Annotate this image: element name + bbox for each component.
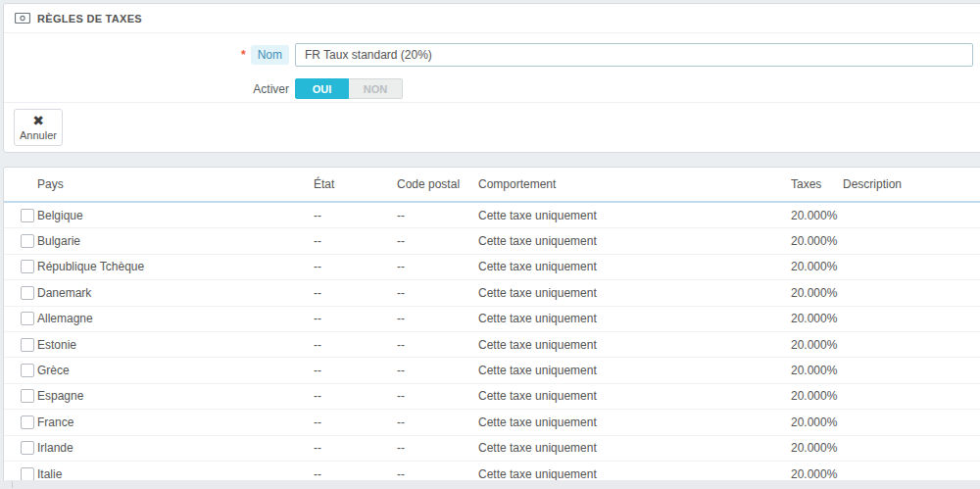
cell-state: -- [314, 416, 397, 429]
name-label-wrap: * Nom [4, 45, 295, 65]
cell-zip: -- [397, 467, 478, 481]
cell-behavior: Cette taxe uniquement [478, 441, 791, 455]
row-checkbox[interactable] [21, 234, 34, 248]
enable-yes-button[interactable]: OUI [295, 78, 349, 99]
cell-country: Belgique [37, 209, 314, 222]
row-checkbox[interactable] [21, 467, 34, 481]
enable-no-button[interactable]: NON [349, 78, 403, 99]
table-row[interactable]: Irlande -- -- Cette taxe uniquement 20.0… [4, 436, 980, 462]
cell-country: République Tchèque [37, 260, 314, 273]
cell-taxes: 20.000% [791, 260, 843, 273]
cell-zip: -- [397, 312, 478, 325]
column-header-taxes: Taxes [791, 177, 843, 191]
table-row[interactable]: Estonie -- -- Cette taxe uniquement 20.0… [4, 332, 980, 358]
table-row[interactable]: Belgique -- -- Cette taxe uniquement 20.… [4, 203, 980, 228]
table-row[interactable]: Allemagne -- -- Cette taxe uniquement 20… [4, 307, 980, 332]
cell-behavior: Cette taxe uniquement [478, 338, 791, 352]
money-icon [15, 13, 30, 24]
row-checkbox-cell [4, 416, 37, 429]
cell-zip: -- [397, 416, 478, 429]
cell-state: -- [314, 312, 397, 325]
x-icon: ✖ [32, 114, 44, 127]
cell-state: -- [314, 286, 397, 300]
cell-state: -- [314, 441, 397, 455]
cell-zip: -- [397, 389, 478, 403]
row-checkbox-cell [4, 209, 37, 222]
table-row[interactable]: République Tchèque -- -- Cette taxe uniq… [4, 255, 980, 280]
cell-country: Bulgarie [37, 234, 314, 248]
cell-country: Irlande [37, 441, 314, 455]
name-label: Nom [251, 45, 289, 65]
row-checkbox-cell [4, 364, 37, 377]
row-checkbox[interactable] [21, 338, 34, 352]
cell-zip: -- [397, 234, 478, 248]
table-row[interactable]: Grèce -- -- Cette taxe uniquement 20.000… [4, 358, 980, 383]
cell-behavior: Cette taxe uniquement [478, 312, 791, 325]
cell-behavior: Cette taxe uniquement [478, 260, 791, 273]
required-marker: * [241, 48, 246, 62]
column-header-etat: État [314, 177, 397, 191]
tax-rules-table-panel: Pays État Code postal Comportement Taxes… [3, 167, 980, 489]
cell-taxes: 20.000% [791, 416, 843, 429]
cell-taxes: 20.000% [791, 467, 843, 481]
cell-state: -- [314, 338, 397, 352]
enable-field-row: Activer OUI NON [4, 78, 980, 99]
row-checkbox[interactable] [21, 441, 34, 455]
cell-behavior: Cette taxe uniquement [478, 364, 791, 377]
row-checkbox-cell [4, 338, 37, 352]
enable-label-wrap: Activer [4, 82, 295, 96]
cell-zip: -- [397, 338, 478, 352]
row-checkbox[interactable] [21, 260, 34, 273]
cell-state: -- [314, 467, 397, 481]
row-checkbox[interactable] [21, 312, 34, 325]
row-checkbox-cell [4, 312, 37, 325]
cell-zip: -- [397, 260, 478, 273]
scrollbar-thumb-edge [12, 481, 13, 488]
table-row[interactable]: Danemark -- -- Cette taxe uniquement 20.… [4, 280, 980, 306]
row-checkbox-cell [4, 286, 37, 300]
column-header-comportement: Comportement [478, 177, 791, 191]
row-checkbox-cell [4, 441, 37, 455]
cell-country: Espagne [37, 389, 314, 403]
enable-label: Activer [253, 82, 289, 96]
row-checkbox[interactable] [21, 389, 34, 403]
row-checkbox-cell [4, 467, 37, 481]
table-row[interactable]: France -- -- Cette taxe uniquement 20.00… [4, 410, 980, 435]
tax-rule-form-panel: RÈGLES DE TAXES * Nom Activer OUI NON ✖ … [3, 3, 980, 153]
page-title: RÈGLES DE TAXES [37, 13, 142, 24]
table-header: Pays État Code postal Comportement Taxes… [4, 168, 980, 203]
cell-country: Italie [37, 467, 314, 481]
cell-taxes: 20.000% [791, 389, 843, 403]
cell-behavior: Cette taxe uniquement [478, 209, 791, 222]
cell-state: -- [314, 209, 397, 222]
cell-taxes: 20.000% [791, 338, 843, 352]
row-checkbox[interactable] [21, 209, 34, 222]
cell-taxes: 20.000% [791, 364, 843, 377]
table-row[interactable]: Espagne -- -- Cette taxe uniquement 20.0… [4, 384, 980, 410]
cell-taxes: 20.000% [791, 234, 843, 248]
table-row[interactable]: Bulgarie -- -- Cette taxe uniquement 20.… [4, 228, 980, 254]
cell-zip: -- [397, 441, 478, 455]
cell-taxes: 20.000% [791, 209, 843, 222]
row-checkbox[interactable] [21, 286, 34, 300]
cell-behavior: Cette taxe uniquement [478, 286, 791, 300]
cell-state: -- [314, 260, 397, 273]
name-field-row: * Nom [4, 43, 980, 67]
cell-country: Grèce [37, 364, 314, 377]
cell-behavior: Cette taxe uniquement [478, 416, 791, 429]
row-checkbox[interactable] [21, 364, 34, 377]
cell-state: -- [314, 234, 397, 248]
cell-behavior: Cette taxe uniquement [478, 467, 791, 481]
cell-country: Danemark [37, 286, 314, 300]
name-input[interactable] [295, 43, 973, 67]
column-header-code-postal: Code postal [397, 177, 478, 191]
row-checkbox[interactable] [21, 416, 34, 429]
row-checkbox-cell [4, 389, 37, 403]
cell-state: -- [314, 389, 397, 403]
horizontal-scrollbar[interactable] [0, 480, 980, 489]
cell-country: Allemagne [37, 312, 314, 325]
cell-behavior: Cette taxe uniquement [478, 389, 791, 403]
cancel-button[interactable]: ✖ Annuler [14, 109, 63, 146]
cell-taxes: 20.000% [791, 441, 843, 455]
cell-zip: -- [397, 209, 478, 222]
